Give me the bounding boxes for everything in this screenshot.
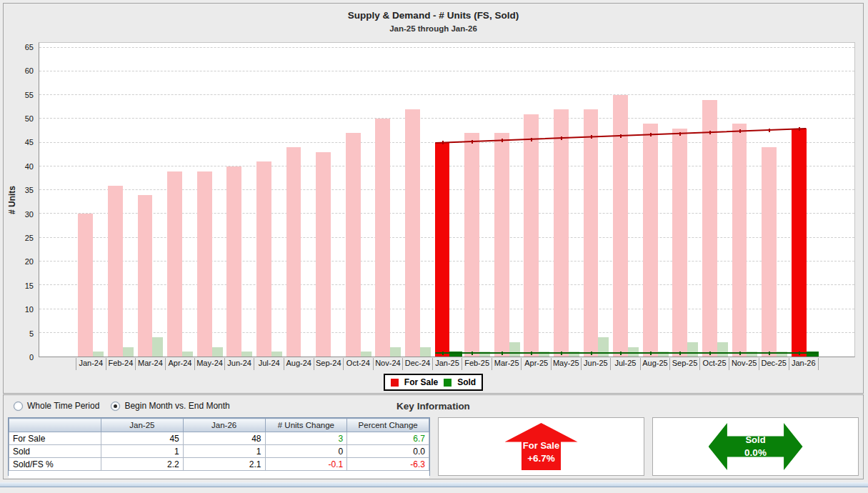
radio-circle-selected-icon[interactable] <box>111 402 120 411</box>
radio-whole-time-period[interactable]: Whole Time Period <box>14 401 99 411</box>
y-tick-label: 0 <box>29 353 34 362</box>
y-tick-label: 20 <box>25 257 34 266</box>
table-row: For Sale 45 48 3 6.7 <box>9 432 429 445</box>
x-axis-label: Jan-25 <box>432 358 462 370</box>
x-axis-label: Mar-25 <box>492 358 522 370</box>
trend-marker <box>531 352 532 355</box>
trend-marker <box>650 133 652 136</box>
chart-subtitle: Jan-25 through Jan-26 <box>4 24 863 33</box>
trend-marker <box>799 127 800 131</box>
trend-marker <box>472 352 473 355</box>
x-axis-label: Jan-26 <box>789 358 819 370</box>
trend-marker <box>502 352 503 355</box>
bar-for-sale <box>197 171 212 357</box>
trend-marker <box>620 352 622 355</box>
key-information-body: Jan-25 Jan-26 # Units Change Percent Cha… <box>8 417 859 476</box>
time-period-radio-group: Whole Time Period Begin Month vs. End Mo… <box>14 401 230 411</box>
bars-region <box>76 43 818 357</box>
row-label: Sold <box>9 445 101 458</box>
bar-for-sale <box>167 171 182 357</box>
bar-for-sale <box>554 109 569 357</box>
bar-sold <box>390 347 401 357</box>
trend-marker <box>561 352 562 355</box>
x-axis-label: Mar-24 <box>135 358 165 370</box>
x-axis-labels: Jan-24Feb-24Mar-24Apr-24May-24Jun-24Jul-… <box>39 358 855 370</box>
trend-marker <box>799 352 800 355</box>
sold-swatch-icon <box>444 379 452 387</box>
bar-for-sale <box>762 147 777 357</box>
cell-jan26: 2.1 <box>183 458 265 471</box>
trend-marker <box>561 136 562 140</box>
radio-begin-vs-end-month[interactable]: Begin Month vs. End Month <box>111 401 229 411</box>
bar-for-sale <box>494 133 509 357</box>
bar-for-sale <box>286 147 301 357</box>
bar-for-sale <box>256 161 271 357</box>
y-tick-label: 50 <box>25 114 34 123</box>
table-footer-strip <box>9 471 429 478</box>
trend-marker <box>531 138 532 141</box>
x-axis-label: Aug-24 <box>284 358 314 370</box>
x-axis-label: Apr-24 <box>165 358 195 370</box>
x-axis-label: Oct-24 <box>343 358 373 370</box>
cell-jan26: 48 <box>183 432 265 445</box>
y-tick-label: 30 <box>25 210 34 219</box>
x-axis-label: Nov-24 <box>373 358 403 370</box>
row-label: For Sale <box>9 432 101 445</box>
trend-marker <box>620 134 622 138</box>
bar-sold <box>212 347 223 357</box>
bar-for-sale <box>346 133 361 357</box>
bar-for-sale <box>78 214 93 357</box>
bar-sold <box>361 352 371 357</box>
for-sale-swatch-icon <box>391 379 399 387</box>
indicator-label: Sold <box>745 434 765 447</box>
splitter-bar[interactable] <box>0 482 868 487</box>
bar-sold <box>271 352 282 357</box>
radio-circle-icon[interactable] <box>14 402 23 411</box>
trend-marker <box>769 352 770 355</box>
x-axis-label: Feb-24 <box>106 358 136 370</box>
legend-box: For Sale Sold <box>384 374 483 391</box>
key-information-header: Key Information Whole Time Period Begin … <box>4 395 863 417</box>
trend-marker <box>650 352 652 355</box>
bar-sold <box>182 352 193 357</box>
table-row: Sold/FS % 2.2 2.1 -0.1 -6.3 <box>9 458 429 471</box>
indicator-value: 0.0% <box>744 447 767 459</box>
radio-label: Begin Month vs. End Month <box>124 401 229 411</box>
bar-sold <box>687 342 698 357</box>
bar-for-sale <box>138 195 153 357</box>
trend-marker <box>442 141 444 144</box>
legend: For Sale Sold <box>4 374 863 391</box>
indicator-label: For Sale <box>523 439 559 452</box>
x-axis-label: Jun-24 <box>224 358 254 370</box>
x-axis-label: Sep-25 <box>669 358 699 370</box>
x-axis-label: Sep-24 <box>314 358 344 370</box>
col-header-percent-change: Percent Change <box>347 419 429 432</box>
bar-for-sale <box>464 133 479 357</box>
y-axis-title-text: # Units <box>7 185 17 214</box>
bar-for-sale <box>672 129 687 357</box>
bar-for-sale <box>524 114 539 357</box>
y-tick-label: 55 <box>25 91 34 99</box>
trend-marker <box>709 352 711 355</box>
trend-marker <box>591 135 592 139</box>
bar-for-sale <box>226 166 241 357</box>
x-axis-label: Jul-25 <box>610 358 640 370</box>
y-tick-label: 35 <box>25 186 34 194</box>
x-axis-label: Oct-25 <box>699 358 729 370</box>
legend-label-for-sale: For Sale <box>404 377 438 387</box>
trend-marker <box>502 139 503 142</box>
plot-area <box>39 42 855 357</box>
x-axis-label: Dec-25 <box>759 358 789 370</box>
y-tick-label: 5 <box>29 329 34 338</box>
trend-marker <box>442 352 444 355</box>
table-header-row: Jan-25 Jan-26 # Units Change Percent Cha… <box>9 419 429 432</box>
x-axis-label: Jul-24 <box>254 358 284 370</box>
cell-jan25: 1 <box>101 445 184 458</box>
row-label: Sold/FS % <box>9 458 101 471</box>
x-axis-label: Feb-25 <box>462 358 492 370</box>
x-axis-label: Apr-25 <box>521 358 551 370</box>
cell-units-change: 3 <box>265 432 347 445</box>
bar-for-sale <box>316 152 331 357</box>
y-tick-label: 45 <box>25 138 34 146</box>
bar-for-sale <box>732 124 747 357</box>
